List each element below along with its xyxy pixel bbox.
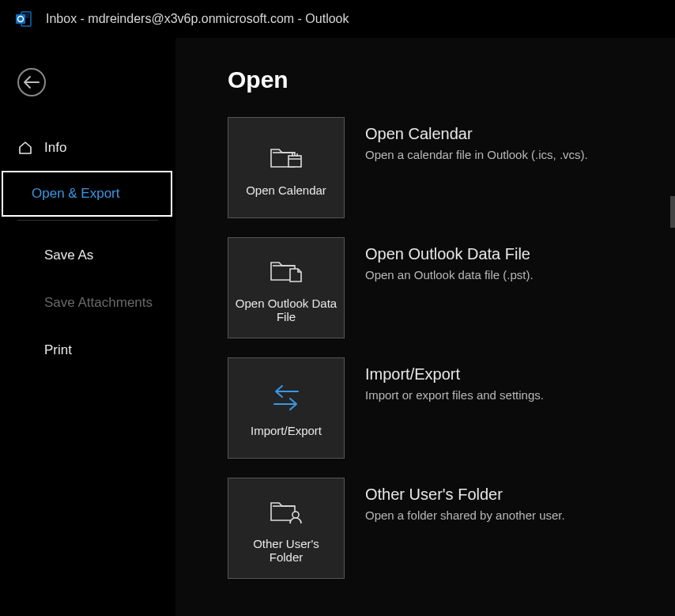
option-title: Import/Export [365,365,544,384]
option-title: Open Calendar [365,125,588,143]
tile-label: Open Outlook Data File [235,297,338,323]
back-arrow-icon [24,76,40,89]
option-import-export: Import/Export Import/Export Import or ex… [228,357,675,459]
sidebar-divider [17,220,158,221]
sidebar-label-info: Info [44,140,66,156]
option-desc: Import or export files and settings. [365,388,544,402]
svg-rect-4 [288,156,301,167]
titlebar: Inbox - mdreinders@x3v6p.onmicrosoft.com… [0,0,675,38]
option-open-calendar: Open Calendar Open Calendar Open a calen… [228,117,675,218]
folder-calendar-icon [266,139,306,176]
window-title: Inbox - mdreinders@x3v6p.onmicrosoft.com… [46,12,349,26]
option-title: Other User's Folder [365,486,565,504]
sidebar-label-save-as: Save As [44,248,93,263]
home-icon [17,140,33,156]
main-panel: Open Open Calendar Open Calendar Open a … [175,38,675,616]
tile-open-data-file[interactable]: Open Outlook Data File [228,237,345,338]
tile-label: Import/Export [251,424,322,437]
sidebar-item-info[interactable]: Info [0,125,175,171]
sidebar: Info Open & Export Save As Save Attachme… [0,38,175,616]
folder-file-icon [266,252,306,289]
sidebar-item-save-attachments: Save Attachments [0,279,175,327]
sidebar-label-print: Print [44,342,72,358]
sidebar-item-save-as[interactable]: Save As [0,232,175,279]
back-button[interactable] [17,68,46,96]
tile-label: Other User's Folder [235,537,338,564]
sidebar-item-open-export[interactable]: Open & Export [2,171,172,217]
sidebar-item-print[interactable]: Print [0,327,175,374]
import-export-icon [266,380,306,416]
sidebar-label-save-attachments: Save Attachments [44,295,153,311]
outlook-app-icon [14,9,33,28]
option-desc: Open an Outlook data file (.pst). [365,268,534,282]
option-open-data-file: Open Outlook Data File Open Outlook Data… [228,237,675,338]
option-other-users-folder: Other User's Folder Other User's Folder … [228,478,675,579]
tile-other-users-folder[interactable]: Other User's Folder [228,478,345,579]
option-title: Open Outlook Data File [365,245,534,263]
tile-open-calendar[interactable]: Open Calendar [228,117,345,218]
tile-import-export[interactable]: Import/Export [228,357,345,459]
page-title: Open [228,66,675,93]
option-desc: Open a folder shared by another user. [365,508,565,522]
sidebar-label-open-export: Open & Export [32,186,120,202]
folder-user-icon [266,493,306,529]
option-desc: Open a calendar file in Outlook (.ics, .… [365,148,588,161]
tile-label: Open Calendar [246,183,326,197]
svg-point-5 [292,512,299,518]
